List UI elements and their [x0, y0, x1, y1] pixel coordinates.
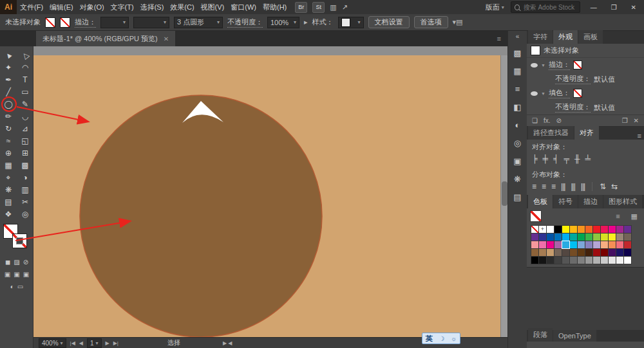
width-profile-dropdown[interactable]: ▾: [133, 17, 169, 28]
hand-tool[interactable]: ❖: [0, 208, 17, 220]
swatch-2-9[interactable]: [601, 241, 608, 248]
artboard[interactable]: [33, 55, 500, 337]
next-artboard-button[interactable]: ▶: [106, 340, 109, 346]
tab-字符[interactable]: 字符: [528, 30, 553, 44]
swatch-4-0[interactable]: [531, 257, 538, 264]
swatch-4-2[interactable]: [547, 257, 554, 264]
drawn-ellipse[interactable]: [80, 95, 322, 337]
stroke-label[interactable]: 描边：: [75, 17, 96, 28]
swatch-0-0[interactable]: [531, 226, 538, 233]
appearance-fill-label[interactable]: 填色：: [549, 88, 570, 98]
stroke-color-well[interactable]: [60, 17, 70, 28]
expand-panels-icon[interactable]: «: [508, 31, 527, 42]
swatch-1-12[interactable]: [624, 234, 631, 241]
fill-opacity-label[interactable]: 不透明度：: [555, 102, 591, 113]
clear-appearance-icon[interactable]: ⊘: [556, 117, 562, 124]
first-artboard-button[interactable]: |◀: [70, 340, 75, 346]
align-top-icon[interactable]: ╤: [564, 154, 569, 163]
swatch-1-10[interactable]: [609, 234, 616, 241]
menu-item-7[interactable]: 窗口(W): [227, 3, 260, 12]
canvas-area[interactable]: [33, 46, 507, 337]
color-mode-row-icon-2[interactable]: ⊘: [23, 259, 28, 266]
swatch-0-6[interactable]: [578, 226, 585, 233]
appearance-stroke-label[interactable]: 描边：: [549, 60, 570, 70]
swatch-3-0[interactable]: [531, 249, 538, 256]
swatch-4-6[interactable]: [578, 257, 585, 264]
swatch-3-12[interactable]: [624, 249, 631, 256]
align-v-center-icon[interactable]: ╫: [574, 154, 580, 163]
zoom-tool[interactable]: ◎: [17, 208, 33, 220]
swatch-2-10[interactable]: [609, 241, 616, 248]
swatch-3-6[interactable]: [578, 249, 585, 256]
tab-外观[interactable]: 外观: [553, 30, 578, 44]
opacity-flyout-icon[interactable]: ▸: [304, 18, 308, 26]
menu-item-5[interactable]: 效果(C): [167, 3, 197, 12]
ime-settings-icon[interactable]: ☼: [451, 335, 457, 342]
none-swatch[interactable]: [531, 211, 541, 221]
scrollbar-thumb[interactable]: [502, 181, 507, 206]
menu-item-6[interactable]: 视图(V): [198, 3, 228, 12]
tab-close-icon[interactable]: ✕: [164, 35, 169, 42]
stroke-panel-icon[interactable]: ≡: [511, 82, 525, 96]
swatch-2-2[interactable]: [547, 241, 554, 248]
tab-色板[interactable]: 色板: [528, 195, 553, 208]
swatch-0-12[interactable]: [624, 226, 631, 233]
smooth-tool[interactable]: ◡: [17, 110, 33, 122]
menu-item-3[interactable]: 文字(T): [108, 3, 137, 12]
thumbnail-view-icon[interactable]: ▦: [631, 212, 638, 221]
swatch-1-3[interactable]: [554, 234, 562, 241]
tab-符号[interactable]: 符号: [553, 195, 578, 208]
color-mode-row-icon-1[interactable]: ▨: [14, 259, 19, 266]
swatch-1-11[interactable]: [616, 234, 623, 241]
swatch-4-10[interactable]: [609, 257, 616, 264]
preferences-button[interactable]: 首选项: [414, 16, 448, 28]
draw-mode-row-icon-1[interactable]: ▣: [14, 271, 19, 278]
ime-language-indicator[interactable]: 英: [426, 334, 433, 343]
swatch-1-9[interactable]: [601, 234, 608, 241]
rotate-tool[interactable]: ↻: [0, 122, 17, 134]
swatch-3-1[interactable]: [539, 249, 546, 256]
add-new-effect-icon[interactable]: fx.: [544, 117, 551, 124]
stroke-swatch[interactable]: [12, 234, 27, 248]
line-segment-tool[interactable]: ╱: [0, 86, 17, 98]
swatch-1-2[interactable]: [547, 234, 554, 241]
swatch-4-4[interactable]: [562, 257, 569, 264]
swatch-4-9[interactable]: [601, 257, 608, 264]
tab-段落[interactable]: 段落: [528, 328, 553, 342]
vertical-scrollbar[interactable]: [500, 55, 507, 337]
ime-language-bar[interactable]: 英 ☽ ☼: [422, 333, 460, 344]
fill-visibility-eye-icon[interactable]: [531, 91, 538, 96]
tab-画板[interactable]: 画板: [578, 30, 603, 44]
document-setup-button[interactable]: 文档设置: [368, 16, 410, 28]
stroke-opacity-label[interactable]: 不透明度：: [555, 74, 591, 84]
width-tool[interactable]: ≈: [0, 134, 17, 147]
tab-图形样式[interactable]: 图形样式: [603, 195, 642, 208]
menu-item-0[interactable]: 文件(F): [17, 3, 46, 12]
duplicate-selected-item-icon[interactable]: ❐: [622, 117, 628, 124]
arrange-documents-icon[interactable]: ▥: [330, 3, 336, 12]
minimize-button[interactable]: —: [587, 4, 601, 11]
swatch-0-10[interactable]: [609, 226, 616, 233]
free-transform-tool[interactable]: ◱: [17, 134, 33, 147]
swatch-2-7[interactable]: [585, 241, 592, 248]
stock-button[interactable]: St: [312, 2, 325, 13]
tab-OpenType[interactable]: OpenType: [553, 330, 596, 342]
swatch-1-0[interactable]: [531, 234, 538, 241]
swatch-3-7[interactable]: [585, 249, 592, 256]
swatch-0-11[interactable]: [616, 226, 623, 233]
swatch-1-7[interactable]: [585, 234, 592, 241]
stroke-weight-dropdown[interactable]: ▾: [100, 17, 129, 28]
symbol-sprayer-tool[interactable]: ❋: [0, 183, 17, 196]
paintbrush-tool[interactable]: ✎: [17, 98, 33, 110]
swatch-3-9[interactable]: [601, 249, 608, 256]
menu-item-1[interactable]: 编辑(E): [46, 3, 77, 12]
swatch-3-4[interactable]: [562, 249, 569, 256]
swatch-4-12[interactable]: [624, 257, 631, 264]
screen-mode-row-icon-0[interactable]: ◐: [10, 283, 14, 290]
swatch-4-1[interactable]: [539, 257, 546, 264]
swatch-0-3[interactable]: [554, 226, 562, 233]
eyedropper-tool[interactable]: ⌖: [0, 171, 17, 183]
opacity-label[interactable]: 不透明度：: [227, 17, 263, 28]
swatch-0-7[interactable]: [585, 226, 592, 233]
pencil-tool[interactable]: ✏: [0, 110, 17, 122]
